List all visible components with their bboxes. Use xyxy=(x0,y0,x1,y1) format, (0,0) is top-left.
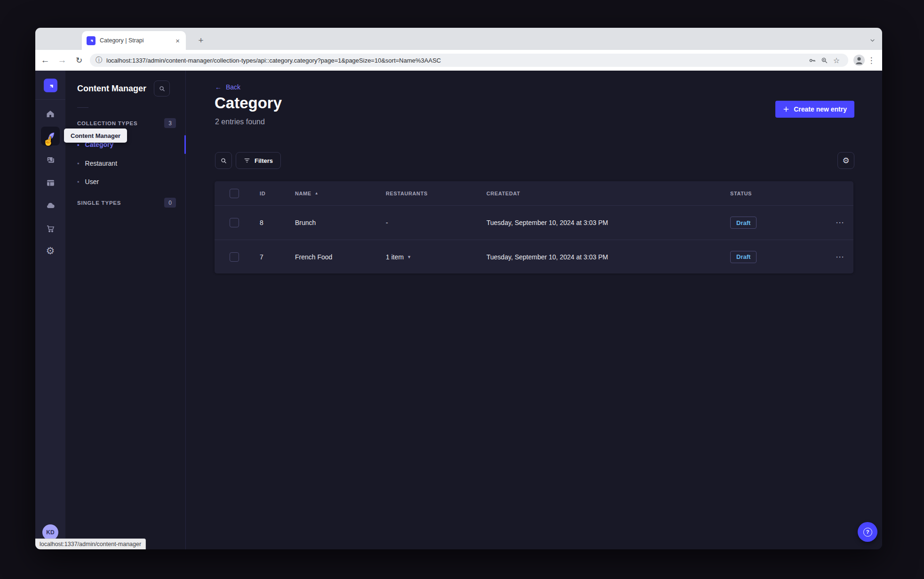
password-manager-icon[interactable] xyxy=(806,54,818,66)
list-toolbar: Filters xyxy=(215,152,281,169)
bookmark-star-icon[interactable]: ☆ xyxy=(830,54,843,66)
row-checkbox[interactable] xyxy=(230,218,239,227)
subnav-title: Content Manager xyxy=(77,84,146,94)
reload-icon[interactable]: ↻ xyxy=(72,53,86,67)
row-checkbox[interactable] xyxy=(230,252,239,262)
header-id[interactable]: ID xyxy=(260,191,295,196)
tab-strip: Category | Strapi × + xyxy=(35,28,882,50)
plus-icon xyxy=(783,106,789,113)
site-info-icon[interactable]: ⓘ xyxy=(96,56,102,64)
browser-window: Category | Strapi × + ← → ↻ ⓘ localhost:… xyxy=(35,28,882,549)
view-settings-button[interactable]: ⚙ xyxy=(837,152,854,169)
header-name[interactable]: NAME ▲ xyxy=(295,191,386,196)
bullet-icon: • xyxy=(77,160,80,167)
single-types-count-badge: 0 xyxy=(164,198,176,208)
entries-count: 2 entries found xyxy=(215,118,265,126)
subnav-item-user[interactable]: • User xyxy=(77,178,99,185)
strapi-admin-page: ⚙ KD Content Manager COLLECTION TYPES 3 … xyxy=(35,71,882,549)
section-collection-types: COLLECTION TYPES xyxy=(77,121,137,126)
tab-title: Category | Strapi xyxy=(100,37,174,44)
table-row[interactable]: 7 French Food 1 item ▼ Tuesday, Septembe… xyxy=(215,240,853,273)
browser-toolbar: ← → ↻ ⓘ localhost:1337/admin/content-man… xyxy=(35,50,882,71)
back-arrow-icon: ← xyxy=(215,83,222,91)
nav-deploy-cloud-icon[interactable] xyxy=(41,196,60,215)
bullet-icon: • xyxy=(77,178,80,185)
cell-createdat: Tuesday, September 10, 2024 at 3:03 PM xyxy=(486,253,730,261)
help-button[interactable]: ? xyxy=(858,522,877,542)
desktop: Category | Strapi × + ← → ↻ ⓘ localhost:… xyxy=(0,0,924,579)
section-single-types: SINGLE TYPES xyxy=(77,200,121,206)
subnav-item-label: User xyxy=(85,178,99,185)
nav-divider xyxy=(35,99,65,100)
create-new-entry-button[interactable]: Create new entry xyxy=(775,101,854,118)
cell-name: Brunch xyxy=(295,219,386,226)
cell-id: 8 xyxy=(260,219,295,226)
browser-tab[interactable]: Category | Strapi × xyxy=(82,31,186,50)
header-restaurants: RESTAURANTS xyxy=(386,191,486,196)
select-all-checkbox[interactable] xyxy=(230,189,239,198)
url-text[interactable]: localhost:1337/admin/content-manager/col… xyxy=(106,57,806,64)
main-content: ← Back Category 2 entries found Create n… xyxy=(186,71,882,549)
sort-asc-icon: ▲ xyxy=(315,191,319,195)
cell-name: French Food xyxy=(295,253,386,261)
zoom-page-icon[interactable] xyxy=(818,54,830,66)
strapi-favicon-icon xyxy=(87,36,96,45)
row-actions-button[interactable]: ⋯ xyxy=(832,215,847,230)
filters-button[interactable]: Filters xyxy=(236,152,281,169)
subnav-divider xyxy=(77,107,88,108)
subnav-item-label: Restaurant xyxy=(85,160,117,167)
search-button[interactable] xyxy=(215,152,232,169)
back-link[interactable]: ← Back xyxy=(215,83,240,91)
back-label: Back xyxy=(226,83,240,91)
forward-icon[interactable]: → xyxy=(55,53,69,67)
status-badge: Draft xyxy=(730,217,757,229)
subnav-item-restaurant[interactable]: • Restaurant xyxy=(77,160,117,167)
profile-avatar-icon[interactable] xyxy=(853,54,865,66)
nav-content-type-builder-icon[interactable] xyxy=(41,173,60,192)
browser-actions: ⋮ xyxy=(853,54,877,66)
row-actions-button[interactable]: ⋯ xyxy=(832,249,847,265)
status-badge: Draft xyxy=(730,251,757,263)
entries-table: ID NAME ▲ RESTAURANTS CREATEDAT STATUS 8 xyxy=(215,181,853,273)
nav-media-library-icon[interactable] xyxy=(41,150,60,169)
gear-icon: ⚙ xyxy=(842,156,849,166)
nav-home-icon[interactable] xyxy=(41,105,60,123)
table-header-row: ID NAME ▲ RESTAURANTS CREATEDAT STATUS xyxy=(215,181,853,206)
user-avatar[interactable]: KD xyxy=(42,524,58,540)
nav-settings-icon[interactable]: ⚙ xyxy=(41,241,60,260)
nav-marketplace-icon[interactable] xyxy=(41,219,60,238)
back-icon[interactable]: ← xyxy=(38,53,52,67)
caret-down-icon: ▼ xyxy=(407,255,411,259)
address-bar[interactable]: ⓘ localhost:1337/admin/content-manager/c… xyxy=(90,54,848,67)
browser-menu-icon[interactable]: ⋮ xyxy=(865,56,877,65)
page-title: Category xyxy=(215,94,282,112)
hand-cursor-icon: ☝ xyxy=(43,136,54,146)
header-status: STATUS xyxy=(730,191,820,196)
cell-restaurants: - xyxy=(386,219,486,226)
help-icon: ? xyxy=(863,528,872,537)
create-new-entry-label: Create new entry xyxy=(794,105,847,113)
content-manager-tooltip: Content Manager xyxy=(64,129,127,143)
collection-types-count-badge: 3 xyxy=(164,118,176,128)
strapi-logo[interactable] xyxy=(44,79,57,92)
cell-restaurants-dropdown[interactable]: 1 item ▼ xyxy=(386,253,486,261)
tab-search-chevron-icon[interactable] xyxy=(866,34,878,46)
subnav-search-button[interactable] xyxy=(154,80,170,96)
table-row[interactable]: 8 Brunch - Tuesday, September 10, 2024 a… xyxy=(215,206,853,240)
filter-icon xyxy=(244,158,250,163)
cell-createdat: Tuesday, September 10, 2024 at 3:03 PM xyxy=(486,219,730,226)
filters-label: Filters xyxy=(255,157,273,164)
cell-id: 7 xyxy=(260,253,295,261)
new-tab-button[interactable]: + xyxy=(194,33,208,48)
link-status-bar: localhost:1337/admin/content-manager xyxy=(35,539,146,549)
tab-close-icon[interactable]: × xyxy=(174,37,181,45)
header-createdat: CREATEDAT xyxy=(486,191,730,196)
